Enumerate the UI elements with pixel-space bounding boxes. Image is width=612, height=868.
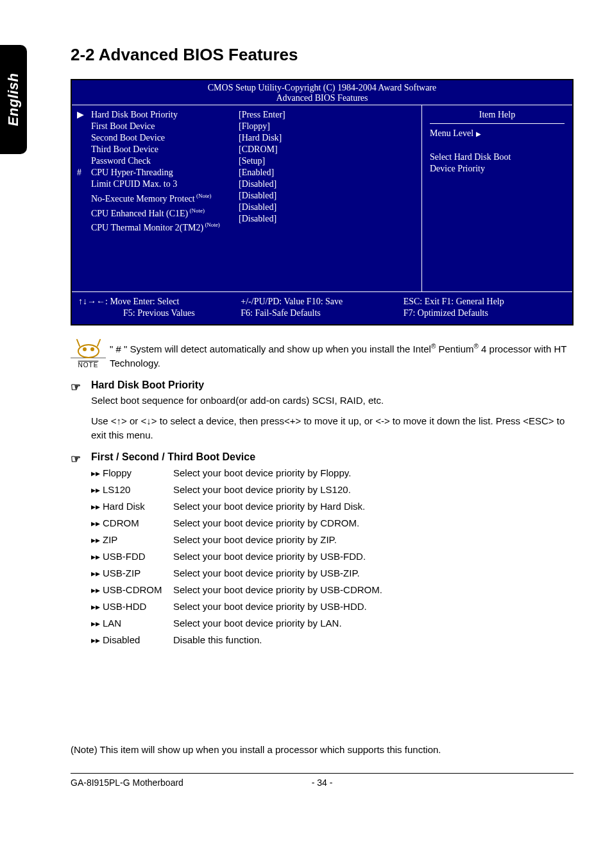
option-marker-icon: ▸▸ (91, 465, 103, 481)
bios-left: ▶ # Hard Disk Boot PriorityFirst Boot De… (72, 105, 421, 291)
bios-item-label: Second Boot Device (91, 132, 239, 144)
option-name: LS120 (103, 482, 173, 498)
bios-item-marker (77, 190, 91, 202)
bios-item-value: [Hard Disk] (239, 132, 416, 144)
bios-help-line: Device Priority (430, 163, 565, 175)
bios-help: Item Help Menu Level Select Hard Disk Bo… (421, 105, 572, 291)
bios-footer-text: F5: Previous Values (78, 308, 241, 319)
section-heading-text: Hard Disk Boot Priority (91, 379, 204, 390)
option-marker-icon: ▸▸ (91, 616, 103, 631)
footer-left: GA-8I915PL-G Motherboard (71, 777, 238, 788)
bios-item-label: Password Check (91, 155, 239, 167)
option-desc: Disable this function. (173, 632, 574, 648)
bios-item-label: Third Boot Device (91, 144, 239, 155)
bios-footer-text: +/-/PU/PD: Value F10: Save (241, 296, 403, 308)
option-marker-icon: ▸▸ (91, 516, 103, 531)
bios-item-value: [Floppy] (239, 121, 416, 132)
bios-item-label: Limit CPUID Max. to 3 (91, 178, 239, 190)
bios-item-value: [Enabled] (239, 167, 416, 178)
option-name: Disabled (103, 632, 173, 648)
bios-item-value: [Disabled] (239, 202, 416, 213)
bios-item-value: [Setup] (239, 155, 416, 167)
option-marker-icon: ▸▸ (91, 599, 103, 614)
option-desc: Select your boot device priority by LS12… (173, 482, 574, 498)
section-paragraph: Select boot sequence for onboard(or add-… (91, 394, 574, 408)
section-heading: ☞Hard Disk Boot Priority (71, 379, 574, 391)
bios-footer-col: ↑↓→←: Move Enter: Select F5: Previous Va… (78, 296, 241, 319)
bios-item-marker (77, 202, 91, 213)
page-footer: GA-8I915PL-G Motherboard - 34 - (71, 773, 574, 788)
sections: ☞Hard Disk Boot PrioritySelect boot sequ… (71, 379, 574, 648)
option-marker-icon: ▸▸ (91, 632, 103, 648)
bios-panel: CMOS Setup Utility-Copyright (C) 1984-20… (71, 79, 574, 326)
option-desc: Select your boot device priority by LAN. (173, 616, 574, 631)
option-desc: Select your boot device priority by USB-… (173, 599, 574, 614)
bios-item-marker (77, 121, 91, 132)
language-tab: English (0, 45, 27, 154)
svg-point-2 (91, 348, 94, 351)
option-marker-icon: ▸▸ (91, 532, 103, 548)
option-name: Hard Disk (103, 499, 173, 514)
option-name: LAN (103, 616, 173, 631)
footer-page: - 34 - (238, 777, 405, 788)
doc-section: ☞Hard Disk Boot PrioritySelect boot sequ… (71, 379, 574, 442)
bios-item-marker (77, 144, 91, 155)
option-row: ▸▸DisabledDisable this function. (91, 632, 574, 648)
option-list: ▸▸FloppySelect your boot device priority… (91, 465, 574, 648)
bios-item-marker (77, 178, 91, 190)
bios-footer-text: F7: Optimized Defaults (404, 308, 566, 319)
option-row: ▸▸CDROMSelect your boot device priority … (91, 516, 574, 531)
bios-values: [Press Enter][Floppy][Hard Disk][CDROM][… (239, 109, 416, 288)
bios-item-label: CPU Thermal Monitor 2(TM2) (Note) (91, 219, 239, 234)
page-content: 2-2 Advanced BIOS Features CMOS Setup Ut… (0, 0, 612, 813)
option-name: USB-CDROM (103, 582, 173, 598)
section-heading-text: First / Second / Third Boot Device (91, 451, 255, 462)
bios-item-label: Hard Disk Boot Priority (91, 109, 239, 121)
option-desc: Select your boot device priority by Hard… (173, 499, 574, 514)
option-row: ▸▸USB-CDROMSelect your boot device prior… (91, 582, 574, 598)
option-desc: Select your boot device priority by Flop… (173, 465, 574, 481)
option-row: ▸▸ZIPSelect your boot device priority by… (91, 532, 574, 548)
option-name: CDROM (103, 516, 173, 531)
bios-header-line: CMOS Setup Utility-Copyright (C) 1984-20… (208, 83, 436, 92)
option-name: USB-FDD (103, 549, 173, 564)
bios-body: ▶ # Hard Disk Boot PriorityFirst Boot De… (72, 105, 572, 292)
option-name: USB-HDD (103, 599, 173, 614)
option-name: USB-ZIP (103, 566, 173, 581)
option-row: ▸▸Hard DiskSelect your boot device prior… (91, 499, 574, 514)
option-row: ▸▸LS120Select your boot device priority … (91, 482, 574, 498)
note-text: " # " System will detect automatically a… (106, 337, 574, 370)
bios-item-value: [CDROM] (239, 144, 416, 155)
bios-item-value: [Disabled] (239, 178, 416, 190)
bios-item-label: No-Execute Memory Protect (Note) (91, 190, 239, 205)
option-row: ▸▸FloppySelect your boot device priority… (91, 465, 574, 481)
bios-subtitle: Advanced BIOS Features (72, 93, 572, 103)
option-desc: Select your boot device priority by USB-… (173, 566, 574, 581)
option-name: ZIP (103, 532, 173, 548)
bios-markers: ▶ # (77, 109, 91, 288)
section-heading: ☞First / Second / Third Boot Device (71, 451, 574, 463)
option-row: ▸▸LANSelect your boot device priority by… (91, 616, 574, 631)
doc-section: ☞First / Second / Third Boot Device▸▸Flo… (71, 451, 574, 648)
bios-header: CMOS Setup Utility-Copyright (C) 1984-20… (72, 80, 572, 105)
bios-item-marker: # (77, 167, 91, 178)
bios-footer-col: +/-/PU/PD: Value F10: Save F6: Fail-Safe… (241, 296, 403, 319)
bios-footer-text: ESC: Exit F1: General Help (404, 296, 566, 308)
language-tab-label: English (5, 73, 22, 126)
option-desc: Select your boot device priority by CDRO… (173, 516, 574, 531)
note-label: NOTE (78, 361, 99, 369)
hand-icon: ☞ (71, 452, 81, 466)
section-body: Select boot sequence for onboard(or add-… (71, 394, 574, 442)
bios-item-value: [Press Enter] (239, 109, 416, 121)
bios-footer-text: ↑↓→←: Move Enter: Select (78, 296, 241, 308)
bios-item-marker (77, 213, 91, 225)
bios-item-label: CPU Hyper-Threading (91, 167, 239, 178)
bios-footer-text: F6: Fail-Safe Defaults (241, 308, 403, 319)
option-desc: Select your boot device priority by USB-… (173, 582, 574, 598)
bios-item-marker: ▶ (77, 109, 91, 121)
option-desc: Select your boot device priority by USB-… (173, 549, 574, 564)
footnote: (Note) This item will show up when you i… (71, 744, 574, 755)
hand-icon: ☞ (71, 380, 81, 394)
bios-item-value: [Disabled] (239, 213, 416, 225)
option-marker-icon: ▸▸ (91, 566, 103, 581)
